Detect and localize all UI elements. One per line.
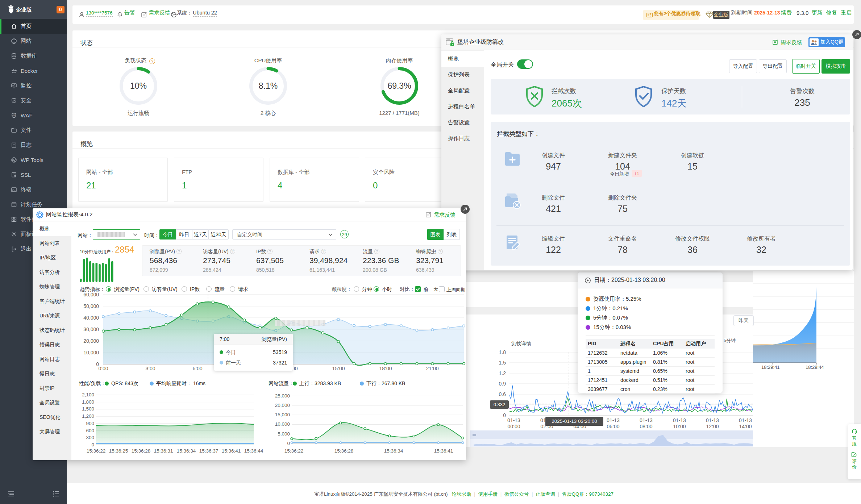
svg-text:WAF: WAF [12,114,16,116]
